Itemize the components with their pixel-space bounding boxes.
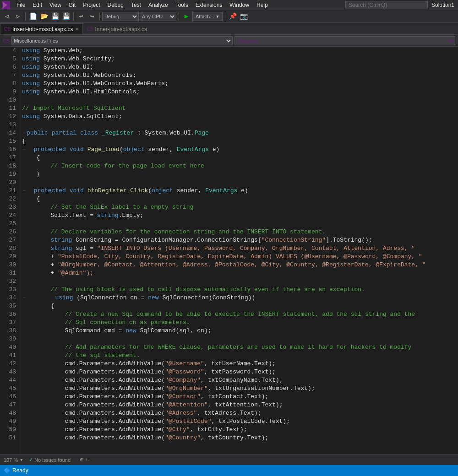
collapse-button[interactable]: − — [22, 129, 27, 137]
forward-button[interactable]: ▷ — [13, 11, 23, 22]
line-numbers: 4567891011121314151617181920212223242526… — [0, 47, 20, 454]
code-token: , txtOrganisationNumber.Text); — [208, 384, 315, 393]
start-button[interactable]: ▶ — [181, 11, 191, 22]
code-token — [27, 294, 55, 302]
line-number: 28 — [2, 244, 16, 253]
code-area: 4567891011121314151617181920212223242526… — [0, 47, 458, 454]
tab-label-insert: Insert-into-mssql.aspx.cs — [12, 26, 73, 32]
code-token: System.Web.UI.WebControls; — [40, 71, 136, 80]
code-token: // Add parameters for the WHERE clause, … — [22, 343, 411, 352]
function-select[interactable]: _Register — [234, 36, 455, 45]
menu-bar: File Edit View Git Project Debug Test An… — [0, 0, 458, 10]
line-number: 36 — [2, 310, 16, 319]
code-token — [22, 236, 50, 244]
code-token — [84, 146, 87, 154]
tab-inner-join[interactable]: CS Inner-join-sql.aspx.cs — [83, 23, 151, 34]
file-type-icon: CS — [3, 38, 10, 43]
code-token: new — [125, 327, 136, 335]
menu-debug[interactable]: Debug — [104, 0, 127, 10]
code-token: using — [22, 88, 40, 96]
collapse-button[interactable]: − — [22, 294, 27, 302]
line-number: 13 — [2, 121, 16, 129]
line-number: 15 — [2, 137, 16, 146]
line-number: 39 — [2, 335, 16, 343]
save-button[interactable]: 💾 — [50, 11, 60, 22]
code-line: { — [22, 137, 458, 146]
save-all-button[interactable]: 💾 — [61, 11, 71, 22]
menu-extensions[interactable]: Extensions — [192, 0, 226, 10]
code-token: } — [22, 170, 40, 178]
line-number: 4 — [2, 47, 16, 55]
toolbar-separator-2 — [73, 12, 74, 21]
menu-project[interactable]: Project — [79, 0, 104, 10]
code-token: SqlEx.Text = — [22, 211, 97, 220]
menu-test[interactable]: Test — [127, 0, 145, 10]
menu-edit[interactable]: Edit — [29, 0, 46, 10]
open-button[interactable]: 📂 — [39, 11, 49, 22]
git-arrows: ↑↓ — [85, 458, 90, 462]
pin-button[interactable]: 📌 — [228, 11, 238, 22]
tab-close-insert[interactable]: ✕ — [75, 27, 79, 32]
line-number: 24 — [2, 211, 16, 220]
code-token: using — [22, 47, 40, 55]
menu-view[interactable]: View — [46, 0, 65, 10]
redo-button[interactable]: ↪ — [87, 11, 97, 22]
line-number: 27 — [2, 236, 16, 244]
line-number: 44 — [2, 376, 16, 384]
code-token: cmd.Parameters.AddWithValue( — [22, 401, 165, 409]
line-number: 20 — [2, 178, 16, 187]
attach-dropdown-icon[interactable]: ▼ — [215, 14, 219, 19]
code-line: // The using block is used to call dispo… — [22, 286, 458, 294]
menu-help[interactable]: Help — [253, 0, 272, 10]
search-input[interactable] — [345, 1, 428, 9]
config-dropdown[interactable]: Debug — [102, 12, 139, 21]
code-line: // Sql connection cn as parameters. — [22, 319, 458, 327]
line-number: 43 — [2, 368, 16, 376]
code-token: cmd.Parameters.AddWithValue( — [22, 434, 165, 442]
code-line: cmd.Parameters.AddWithValue("@PostalCode… — [22, 417, 458, 426]
undo-button[interactable]: ↩ — [76, 11, 86, 22]
tab-insert[interactable]: CS Insert-into-mssql.aspx.cs ✕ — [0, 23, 83, 34]
line-number: 17 — [2, 154, 16, 162]
attach-button[interactable]: Attach... ▼ — [192, 12, 223, 21]
menu-window[interactable]: Window — [226, 0, 253, 10]
code-line: { — [22, 195, 458, 203]
code-line: // Insert code for the page load event h… — [22, 162, 458, 170]
code-token: // Set the SqlEx label to a empty string — [22, 203, 193, 211]
line-number: 45 — [2, 384, 16, 393]
menu-git[interactable]: Git — [65, 0, 79, 10]
ready-icon: 🔷 — [4, 467, 11, 474]
attach-label: Attach... — [196, 14, 214, 19]
code-line: using System.Web; — [22, 47, 458, 55]
code-token: System.Web.Security; — [40, 55, 115, 63]
code-line — [22, 277, 458, 286]
platform-dropdown[interactable]: Any CPU — [140, 12, 176, 21]
menu-analyze[interactable]: Analyze — [145, 0, 172, 10]
line-number: 41 — [2, 352, 16, 360]
code-line: string sql = "INSERT INTO Users (Usernam… — [22, 244, 458, 253]
screenshot-button[interactable]: 📷 — [239, 11, 249, 22]
code-line: using System.Web.UI.WebControls; — [22, 71, 458, 80]
code-token: { — [22, 154, 40, 162]
issues-text: No issues found — [34, 457, 71, 463]
namespace-select[interactable]: Miscellaneous Files — [11, 36, 232, 45]
status-bar: 🔷 Ready — [0, 465, 458, 476]
code-token: new — [148, 294, 158, 302]
code-token: + — [22, 253, 58, 261]
code-lines[interactable]: using System.Web;using System.Web.Securi… — [20, 47, 458, 454]
collapse-button[interactable]: − — [22, 187, 27, 195]
menu-tools[interactable]: Tools — [172, 0, 192, 10]
collapse-button[interactable]: − — [22, 146, 27, 154]
menu-file[interactable]: File — [13, 0, 29, 10]
new-file-button[interactable]: 📄 — [28, 11, 38, 22]
code-token: "INSERT INTO Users (Username, Password, … — [97, 244, 415, 253]
code-token: e) — [209, 146, 219, 154]
vs-logo — [2, 1, 10, 9]
zoom-dropdown-icon[interactable]: ▼ — [19, 458, 23, 462]
code-token: System.Web.UI.HtmlControls; — [40, 88, 140, 96]
code-token: "ConnectionString" — [262, 236, 326, 244]
back-button[interactable]: ◁ — [2, 11, 12, 22]
code-line: −public partial class _Register : System… — [22, 129, 458, 137]
line-number: 11 — [2, 104, 16, 113]
line-number: 29 — [2, 253, 16, 261]
